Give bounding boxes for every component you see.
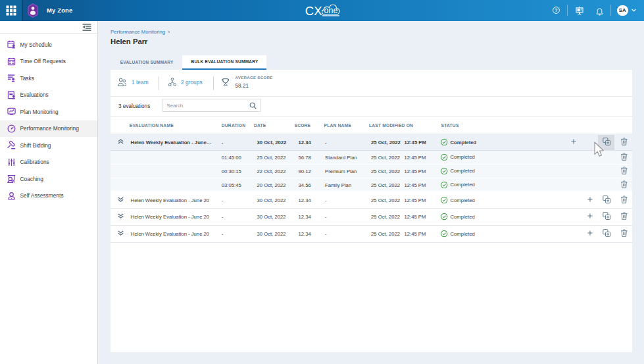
svg-text:CX: CX [305,4,322,18]
svg-text:one: one [324,6,338,15]
svg-text:?: ? [555,8,557,13]
